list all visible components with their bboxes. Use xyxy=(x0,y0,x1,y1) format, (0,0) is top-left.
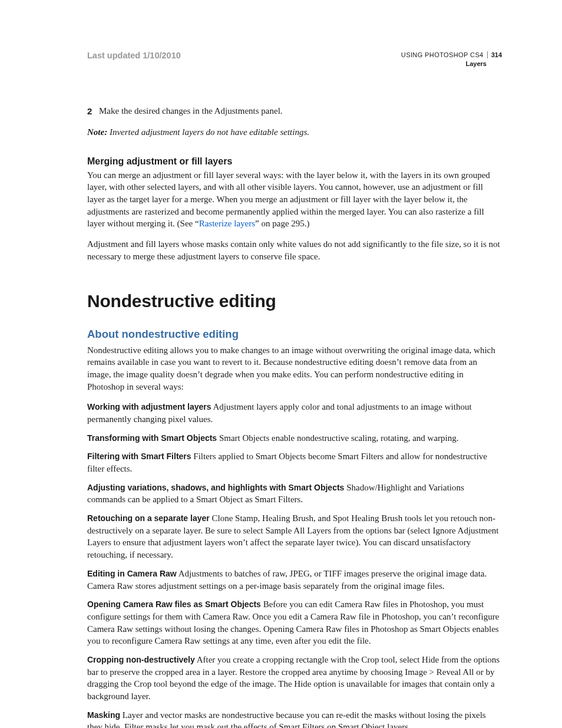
def-adjustment-layers: Working with adjustment layers Adjustmen… xyxy=(87,401,502,425)
def-term: Filtering with Smart Filters xyxy=(87,452,191,461)
header-divider xyxy=(487,51,488,58)
note: Note: Inverted adjustment layers do not … xyxy=(87,126,502,139)
def-term: Retouching on a separate layer xyxy=(87,513,210,523)
header-top-line: USING PHOTOSHOP CS4 314 xyxy=(401,51,502,60)
heading-nondestructive: Nondestructive editing xyxy=(87,291,502,311)
section-name: Layers xyxy=(401,60,502,68)
def-smart-objects-transform: Transforming with Smart Objects Smart Ob… xyxy=(87,432,502,444)
def-term: Transforming with Smart Objects xyxy=(87,433,217,443)
def-term: Working with adjustment layers xyxy=(87,402,211,411)
def-term: Opening Camera Raw files as Smart Object… xyxy=(87,599,261,609)
numbered-step: 2 Make the desired changes in the Adjust… xyxy=(87,105,502,117)
def-camera-raw-smart: Opening Camera Raw files as Smart Object… xyxy=(87,598,502,647)
def-camera-raw: Editing in Camera Raw Adjustments to bat… xyxy=(87,568,502,592)
merge-paragraph-2: Adjustment and fill layers whose masks c… xyxy=(87,238,502,262)
heading-about-nondestructive: About nondestructive editing xyxy=(87,328,502,341)
header-right: USING PHOTOSHOP CS4 314 Layers xyxy=(401,51,502,68)
merge-paragraph-1: You can merge an adjustment or fill laye… xyxy=(87,169,502,230)
merge-p1-b: ” on page 295.) xyxy=(255,219,309,228)
note-text: Inverted adjustment layers do not have e… xyxy=(107,127,309,137)
def-term: Adjusting variations, shadows, and highl… xyxy=(87,483,344,492)
page-number: 314 xyxy=(491,51,502,60)
def-variations-shadows: Adjusting variations, shadows, and highl… xyxy=(87,482,502,506)
last-updated: Last updated 1/10/2010 xyxy=(87,51,181,60)
def-term: Editing in Camera Raw xyxy=(87,569,177,578)
note-label: Note: xyxy=(87,127,107,137)
def-term: Cropping non-destructively xyxy=(87,655,195,664)
def-term: Masking xyxy=(87,710,120,720)
def-desc: Smart Objects enable nondestructive scal… xyxy=(217,433,458,443)
link-rasterize-layers[interactable]: Rasterize layers xyxy=(199,219,255,228)
def-desc: Layer and vector masks are nondestructiv… xyxy=(87,710,486,728)
page: Last updated 1/10/2010 USING PHOTOSHOP C… xyxy=(0,0,562,728)
product-name: USING PHOTOSHOP CS4 xyxy=(401,51,484,60)
page-header: Last updated 1/10/2010 USING PHOTOSHOP C… xyxy=(87,51,502,68)
step-number: 2 xyxy=(87,105,99,117)
def-masking: Masking Layer and vector masks are nonde… xyxy=(87,709,502,728)
heading-merging: Merging adjustment or fill layers xyxy=(87,156,502,167)
nd-intro: Nondestructive editing allows you to mak… xyxy=(87,344,502,393)
def-retouching: Retouching on a separate layer Clone Sta… xyxy=(87,512,502,561)
def-smart-filters: Filtering with Smart Filters Filters app… xyxy=(87,450,502,475)
step-text: Make the desired changes in the Adjustme… xyxy=(99,105,283,117)
def-cropping: Cropping non-destructively After you cre… xyxy=(87,654,502,703)
